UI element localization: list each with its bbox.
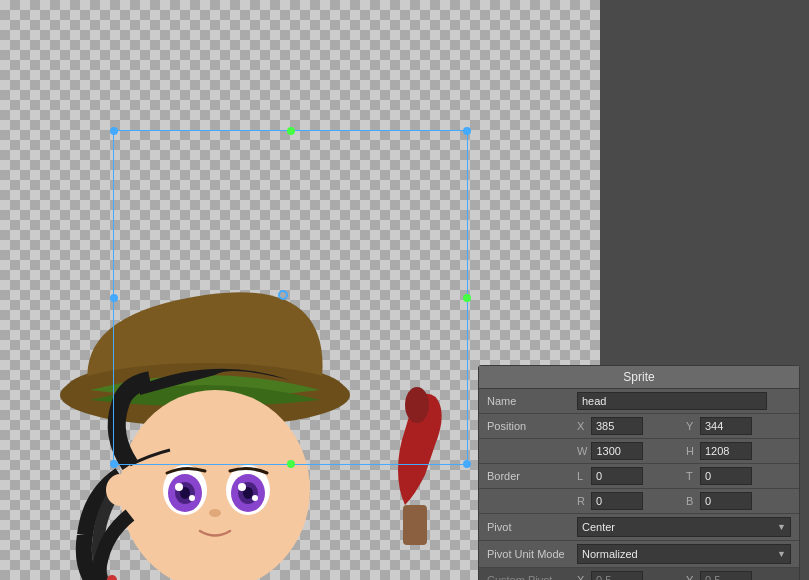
w-letter: W bbox=[577, 445, 587, 457]
border-row-rb: R B bbox=[479, 489, 799, 514]
border-rb: R B bbox=[577, 492, 791, 510]
size-row: W H bbox=[479, 439, 799, 464]
border-label: Border bbox=[487, 470, 577, 482]
t-group: T bbox=[686, 467, 791, 485]
b-group: B bbox=[686, 492, 791, 510]
sprite-inspector-panel: Sprite Name Position X Y W bbox=[478, 365, 800, 580]
position-row: Position X Y bbox=[479, 414, 799, 439]
custom-x-group: X bbox=[577, 571, 682, 580]
pivot-unit-row: Pivot Unit Mode Normalized ▼ bbox=[479, 541, 799, 568]
pivot-dropdown-arrow: ▼ bbox=[777, 522, 786, 532]
t-input[interactable] bbox=[700, 467, 752, 485]
name-input[interactable] bbox=[577, 392, 767, 410]
custom-pivot-row: Custom Pivot X Y bbox=[479, 568, 799, 580]
custom-x-input[interactable] bbox=[591, 571, 643, 580]
r-group: R bbox=[577, 492, 682, 510]
custom-pivot-values: X Y bbox=[577, 571, 791, 580]
h-input[interactable] bbox=[700, 442, 752, 460]
w-group: W bbox=[577, 442, 682, 460]
h-group: H bbox=[686, 442, 791, 460]
custom-y-letter: Y bbox=[686, 574, 696, 580]
custom-pivot-label: Custom Pivot bbox=[487, 574, 577, 580]
r-letter: R bbox=[577, 495, 587, 507]
custom-x-letter: X bbox=[577, 574, 587, 580]
panel-title: Sprite bbox=[479, 366, 799, 389]
l-input[interactable] bbox=[591, 467, 643, 485]
pivot-unit-dropdown-arrow: ▼ bbox=[777, 549, 786, 559]
pivot-unit-dropdown-value: Normalized bbox=[582, 548, 638, 560]
y-input[interactable] bbox=[700, 417, 752, 435]
pivot-row: Pivot Center ▼ bbox=[479, 514, 799, 541]
custom-y-group: Y bbox=[686, 571, 791, 580]
x-letter: X bbox=[577, 420, 587, 432]
t-letter: T bbox=[686, 470, 696, 482]
b-letter: B bbox=[686, 495, 696, 507]
r-input[interactable] bbox=[591, 492, 643, 510]
x-input[interactable] bbox=[591, 417, 643, 435]
custom-y-input[interactable] bbox=[700, 571, 752, 580]
size-wh: W H bbox=[577, 442, 791, 460]
border-row-lt: Border L T bbox=[479, 464, 799, 489]
y-letter: Y bbox=[686, 420, 696, 432]
position-xy: X Y bbox=[577, 417, 791, 435]
name-label: Name bbox=[487, 395, 577, 407]
l-group: L bbox=[577, 467, 682, 485]
w-input[interactable] bbox=[591, 442, 643, 460]
pivot-unit-dropdown-container: Normalized ▼ bbox=[577, 544, 791, 564]
pivot-dropdown[interactable]: Center ▼ bbox=[577, 517, 791, 537]
l-letter: L bbox=[577, 470, 587, 482]
pivot-dropdown-value: Center bbox=[582, 521, 615, 533]
y-group: Y bbox=[686, 417, 791, 435]
name-value-container bbox=[577, 392, 791, 410]
pivot-label: Pivot bbox=[487, 521, 577, 533]
position-label: Position bbox=[487, 420, 577, 432]
border-lt: L T bbox=[577, 467, 791, 485]
pivot-unit-dropdown[interactable]: Normalized ▼ bbox=[577, 544, 791, 564]
h-letter: H bbox=[686, 445, 696, 457]
pivot-dropdown-container: Center ▼ bbox=[577, 517, 791, 537]
name-row: Name bbox=[479, 389, 799, 414]
pivot-unit-label: Pivot Unit Mode bbox=[487, 548, 577, 560]
b-input[interactable] bbox=[700, 492, 752, 510]
x-group: X bbox=[577, 417, 682, 435]
